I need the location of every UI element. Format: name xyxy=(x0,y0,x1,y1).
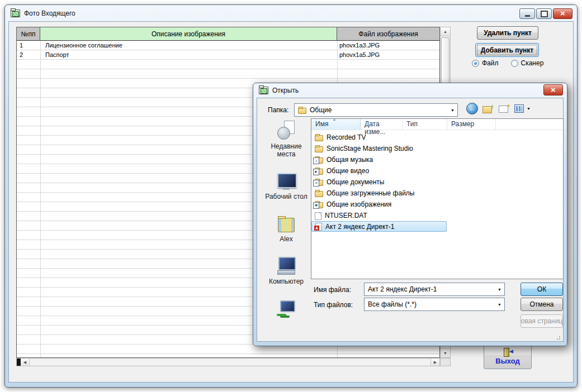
restore-icon xyxy=(541,11,548,17)
scroll-up-button[interactable]: ▲ xyxy=(441,27,450,36)
sort-asc-icon: ▲ xyxy=(333,118,336,121)
column-header-description: Описание изображения xyxy=(40,27,337,40)
scroll-left-button[interactable]: ◀ xyxy=(21,358,30,366)
vertical-scroll-thumb[interactable] xyxy=(441,37,449,85)
cancel-button[interactable]: Отмена xyxy=(521,298,563,311)
table-row[interactable]: 1 Лицензионное соглашение phovx1a3.JPG xyxy=(17,41,439,50)
file-list-item[interactable]: Общая музыка xyxy=(311,154,563,165)
file-name: SonicStage Mastering Studio xyxy=(327,145,413,152)
column-header-type[interactable]: Тип xyxy=(403,119,447,130)
file-icon xyxy=(315,223,322,231)
close-icon xyxy=(551,86,556,94)
views-caret-icon[interactable]: ▼ xyxy=(527,107,531,111)
table-horizontal-scrollbar[interactable]: ◀ ▶ xyxy=(16,358,440,366)
dialog-close-button[interactable] xyxy=(543,84,563,95)
main-titlebar[interactable]: Фото Входящего xyxy=(5,5,577,21)
place-item[interactable]: Компьютер xyxy=(262,256,311,285)
places-bar: Недавние места Рабочий стол Alex Компьют… xyxy=(262,121,311,333)
restore-button[interactable] xyxy=(536,8,552,19)
place-label: Alex xyxy=(280,235,292,243)
file-list-body: Recorded TV SonicStage Mastering Studio … xyxy=(311,130,563,232)
chevron-down-icon[interactable]: ▼ xyxy=(498,288,501,291)
column-header-size[interactable]: Размер xyxy=(447,119,496,130)
place-item[interactable]: Рабочий стол xyxy=(262,171,311,200)
file-name: Общие загруженные файлы xyxy=(327,189,414,197)
app-icon xyxy=(11,9,20,17)
place-icon xyxy=(277,121,296,140)
dialog-titlebar[interactable]: Открыть xyxy=(253,83,567,98)
file-list-item[interactable]: Акт 2 яндекс Директ-1 xyxy=(311,221,447,232)
column-header-file: Файл изображения xyxy=(337,27,439,40)
file-icon xyxy=(315,146,323,152)
place-item[interactable] xyxy=(262,298,311,320)
file-name-combobox[interactable]: Акт 2 яндекс Директ-1 ▼ xyxy=(364,283,505,296)
ok-button[interactable]: ОК xyxy=(521,283,563,296)
back-icon[interactable] xyxy=(466,103,478,114)
file-list-item[interactable]: Общие видео xyxy=(311,165,563,176)
add-item-button[interactable]: Добавить пункт xyxy=(475,43,539,57)
source-radio[interactable]: Файл xyxy=(472,59,499,67)
exit-button[interactable]: Выход xyxy=(484,343,532,369)
file-icon xyxy=(315,169,323,175)
photo-table-header: №пп Описание изображения Файл изображени… xyxy=(17,27,439,41)
file-list-item[interactable]: Общие изображения xyxy=(311,199,563,210)
source-radio[interactable]: Сканер xyxy=(511,59,544,67)
place-icon xyxy=(276,257,296,275)
folder-combobox[interactable]: Общие ▼ xyxy=(294,103,458,117)
place-item[interactable]: Недавние места xyxy=(262,121,311,158)
place-label: Компьютер xyxy=(269,278,304,285)
radio-icon xyxy=(511,60,518,67)
new-folder-icon[interactable] xyxy=(499,104,510,113)
close-button[interactable] xyxy=(553,8,572,19)
dialog-client-area: Папка: Общие ▼ ▼ Недавние места xyxy=(257,98,564,342)
file-list-item[interactable]: Recorded TV xyxy=(311,132,563,143)
place-icon xyxy=(277,173,296,190)
scroll-down-button[interactable]: ▼ xyxy=(441,348,450,357)
place-label: Рабочий стол xyxy=(265,193,307,200)
file-list-item[interactable]: NTUSER.DAT xyxy=(311,210,563,221)
cell-description: Паспорт xyxy=(40,50,337,60)
file-list-item[interactable]: Общие загруженные файлы xyxy=(311,188,563,199)
cell-file: phovx1a3.JPG xyxy=(337,41,439,50)
window-title: Фото Входящего xyxy=(24,9,75,17)
file-type-label: Тип файлов: xyxy=(314,301,353,309)
minimize-button[interactable] xyxy=(519,8,535,19)
horizontal-scroll-thumb[interactable] xyxy=(17,358,21,366)
column-header-name[interactable]: Имя ▲ xyxy=(311,119,361,130)
place-item[interactable]: Alex xyxy=(262,213,311,243)
column-header-filler xyxy=(496,119,563,130)
radio-label: Файл xyxy=(482,59,499,67)
file-name: Общие изображения xyxy=(327,200,391,208)
open-file-dialog: Открыть Папка: Общие ▼ ▼ xyxy=(253,83,567,346)
current-folder: Общие xyxy=(310,106,332,114)
resize-grip[interactable] xyxy=(555,334,561,340)
dialog-toolbar: ▼ xyxy=(466,103,531,114)
delete-item-button[interactable]: Удалить пункт xyxy=(477,26,538,40)
cell-num: 1 xyxy=(17,41,40,50)
cell-num: 2 xyxy=(17,50,40,60)
scroll-right-button[interactable]: ▶ xyxy=(430,358,439,366)
table-row[interactable]: 2 Паспорт phovx1a5.JPG xyxy=(17,50,439,60)
chevron-down-icon[interactable]: ▼ xyxy=(498,303,501,307)
file-type-combobox[interactable]: Все файлы (*.*) ▼ xyxy=(364,298,505,311)
file-name-value: Акт 2 яндекс Директ-1 xyxy=(368,285,437,293)
file-list-item[interactable]: Общие документы xyxy=(311,176,563,188)
file-type-value: Все файлы (*.*) xyxy=(368,300,417,308)
file-name: Recorded TV xyxy=(327,133,366,141)
views-menu-icon[interactable] xyxy=(514,104,524,113)
file-list: Имя ▲ Дата изме... Тип Размер Recorded T… xyxy=(311,118,564,279)
file-name: Общие документы xyxy=(327,178,384,186)
exit-button-label: Выход xyxy=(495,357,519,365)
minimize-icon xyxy=(525,11,530,17)
chevron-down-icon[interactable]: ▼ xyxy=(451,108,455,112)
column-header-date[interactable]: Дата изме... xyxy=(361,119,403,130)
folder-label: Папка: xyxy=(268,106,288,114)
file-list-item[interactable]: SonicStage Mastering Studio xyxy=(311,143,563,154)
dialog-title: Открыть xyxy=(272,87,299,94)
file-icon xyxy=(315,202,323,208)
cell-description: Лицензионное соглашение xyxy=(40,41,337,50)
up-folder-icon[interactable] xyxy=(482,104,494,114)
place-label: Недавние места xyxy=(262,142,311,158)
file-icon xyxy=(315,135,323,141)
column-header-num: №пп xyxy=(17,27,40,40)
